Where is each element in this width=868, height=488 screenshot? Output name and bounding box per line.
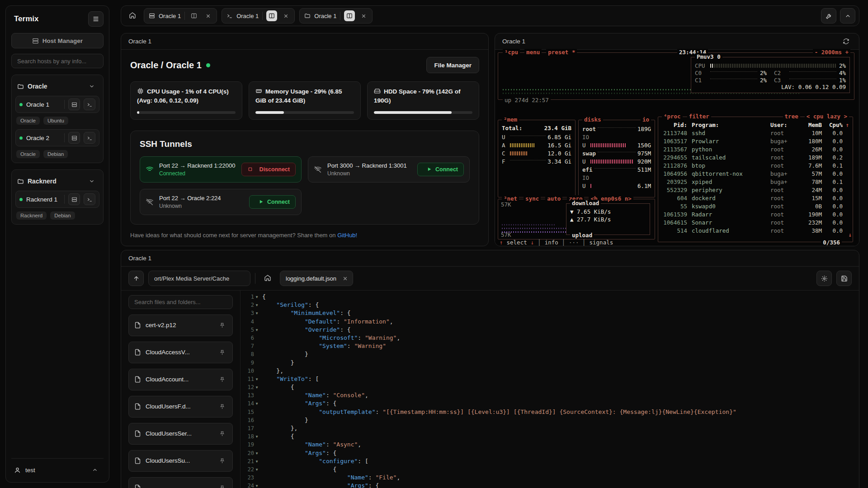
refresh-button[interactable] bbox=[840, 36, 852, 47]
disk-row: efi 511M bbox=[582, 165, 651, 174]
host-item: Oracle 2 OracleDebian bbox=[15, 129, 99, 158]
editor-settings-button[interactable] bbox=[816, 271, 832, 286]
line-gutter[interactable]: 17 bbox=[241, 424, 262, 432]
github-link[interactable]: GitHub! bbox=[337, 232, 357, 239]
tunnel-action-button[interactable]: Connect bbox=[249, 195, 296, 209]
group-header[interactable]: Oracle bbox=[15, 79, 99, 96]
session-tab[interactable]: Oracle 1 bbox=[299, 8, 373, 23]
code-line: 15 "outputTemplate": "[{Timestamp:HH:mm:… bbox=[241, 408, 859, 416]
file-manager-button[interactable]: File Manager bbox=[426, 57, 479, 73]
terminal-icon bbox=[87, 135, 93, 141]
pin-button[interactable] bbox=[217, 320, 227, 330]
file-item[interactable]: cert-v2.p12 bbox=[128, 314, 233, 336]
line-gutter[interactable]: 5 bbox=[241, 326, 262, 334]
line-gutter[interactable]: 14 bbox=[241, 399, 262, 408]
split-view-button[interactable] bbox=[189, 10, 199, 21]
tunnel-action-button[interactable]: Disconnect bbox=[241, 163, 296, 176]
host-manager-button[interactable]: Host Manager bbox=[11, 33, 104, 48]
line-gutter[interactable]: 19 bbox=[241, 441, 262, 449]
group-header[interactable]: Racknerd bbox=[15, 174, 99, 191]
file-item[interactable] bbox=[128, 477, 233, 488]
split-view-button[interactable] bbox=[344, 10, 355, 21]
editor-tab[interactable]: logging.default.json bbox=[280, 271, 353, 286]
process-row: 604 dockerd root 15M 0.0 bbox=[662, 195, 849, 203]
tools-button[interactable] bbox=[821, 8, 836, 23]
group-collapse-button[interactable] bbox=[86, 80, 98, 92]
group-collapse-button[interactable] bbox=[86, 175, 98, 187]
host-terminal-button[interactable] bbox=[84, 99, 95, 110]
file-item[interactable]: CloudUsersSer... bbox=[128, 423, 233, 445]
line-gutter[interactable]: 21 bbox=[241, 457, 262, 465]
host-row[interactable]: Oracle 2 bbox=[15, 129, 99, 146]
terminal-screen[interactable]: ¹cpu menu preset * 23:44:14 - 2000ms + P… bbox=[495, 50, 859, 246]
line-gutter[interactable]: 15 bbox=[241, 408, 262, 416]
line-gutter[interactable]: 24 bbox=[241, 482, 262, 488]
pin-button[interactable] bbox=[217, 483, 227, 488]
line-gutter[interactable]: 3 bbox=[241, 309, 262, 317]
code-line: 17 }, bbox=[241, 424, 859, 432]
editor-home-button[interactable] bbox=[260, 271, 275, 286]
file-manager-panel: Oracle 1 logging.default.json cert-v2.p1… bbox=[121, 250, 859, 488]
host-row[interactable]: Racknerd 1 bbox=[15, 191, 99, 208]
line-gutter[interactable]: 2 bbox=[241, 301, 262, 309]
path-input[interactable] bbox=[148, 271, 250, 286]
collapse-tabbar-button[interactable] bbox=[840, 8, 855, 23]
line-gutter[interactable]: 16 bbox=[241, 416, 262, 424]
tab-close-button[interactable] bbox=[203, 11, 213, 21]
pin-button[interactable] bbox=[217, 429, 227, 439]
stat-icon bbox=[374, 88, 381, 94]
line-gutter[interactable]: 10 bbox=[241, 367, 262, 375]
pin-icon bbox=[219, 458, 225, 464]
line-gutter[interactable]: 13 bbox=[241, 391, 262, 399]
line-gutter[interactable]: 23 bbox=[241, 474, 262, 482]
code-line: 5 "Override": { bbox=[241, 326, 859, 334]
host-view-button[interactable] bbox=[68, 132, 80, 144]
line-gutter[interactable]: 12 bbox=[241, 383, 262, 391]
code-editor[interactable]: 1 { 2 "Serilog": { 3 "MinimumLevel": { bbox=[241, 291, 859, 488]
stat-icon bbox=[255, 88, 262, 94]
pin-button[interactable] bbox=[217, 347, 227, 357]
line-gutter[interactable]: 9 bbox=[241, 359, 262, 367]
host-view-button[interactable] bbox=[68, 99, 80, 110]
pin-button[interactable] bbox=[217, 456, 227, 466]
tunnel-card: Port 22 → Oracle 2:224 Unknown Connect bbox=[140, 189, 302, 215]
stat-label: Memory Usage - 29% (6.85 GiB of 23.44 Gi… bbox=[255, 87, 354, 106]
home-button[interactable] bbox=[125, 8, 140, 23]
line-gutter[interactable]: 11 bbox=[241, 375, 262, 383]
session-tab[interactable]: Oracle 1 bbox=[144, 8, 217, 23]
stat-card: HDD Space - 79% (142G of 190G) bbox=[367, 81, 479, 120]
line-gutter[interactable]: 22 bbox=[241, 465, 262, 474]
tab-close-button[interactable] bbox=[281, 11, 291, 21]
split-view-button[interactable] bbox=[266, 10, 277, 21]
line-gutter[interactable]: 1 bbox=[241, 293, 262, 301]
tunnel-action-button[interactable]: Connect bbox=[417, 163, 464, 176]
footer-collapse-button[interactable] bbox=[89, 464, 101, 476]
file-item[interactable]: CloudAccount... bbox=[128, 369, 233, 390]
code-line: 12 { bbox=[241, 383, 859, 391]
line-gutter[interactable]: 20 bbox=[241, 449, 262, 457]
core-row: C31% bbox=[774, 76, 846, 84]
editor-tab-close-button[interactable] bbox=[340, 273, 350, 283]
tab-close-button[interactable] bbox=[359, 11, 368, 21]
file-item[interactable]: CloudUsersF.d... bbox=[128, 396, 233, 418]
pin-button[interactable] bbox=[217, 375, 227, 385]
host-view-button[interactable] bbox=[68, 193, 80, 205]
pin-button[interactable] bbox=[217, 402, 227, 412]
file-item[interactable]: CloudAccessV... bbox=[128, 342, 233, 363]
host-row[interactable]: Oracle 1 bbox=[15, 96, 99, 113]
host-search-input[interactable] bbox=[11, 54, 104, 68]
file-item[interactable]: CloudUsersSu... bbox=[128, 450, 233, 472]
sidebar-menu-button[interactable] bbox=[88, 11, 104, 27]
session-tab[interactable]: Oracle 1 bbox=[222, 8, 295, 23]
line-gutter[interactable]: 8 bbox=[241, 350, 262, 358]
save-file-button[interactable] bbox=[836, 271, 852, 286]
line-gutter[interactable]: 18 bbox=[241, 432, 262, 441]
host-terminal-button[interactable] bbox=[84, 193, 95, 205]
line-gutter[interactable]: 7 bbox=[241, 342, 262, 350]
line-gutter[interactable]: 4 bbox=[241, 318, 262, 326]
host-terminal-button[interactable] bbox=[84, 132, 95, 144]
line-gutter[interactable]: 6 bbox=[241, 334, 262, 342]
file-search-input[interactable] bbox=[128, 295, 233, 309]
chevron-up-icon bbox=[844, 13, 851, 19]
up-directory-button[interactable] bbox=[128, 271, 144, 286]
